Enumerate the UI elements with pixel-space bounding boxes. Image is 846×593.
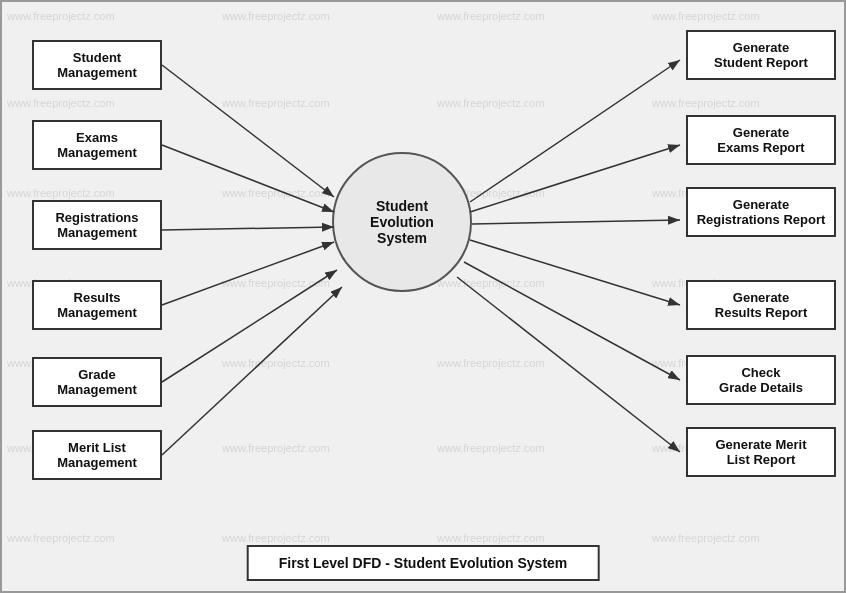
watermark-22: www.freeprojectz.com bbox=[222, 442, 330, 454]
student-management-box: StudentManagement bbox=[32, 40, 162, 90]
watermark-15: www.freeprojectz.com bbox=[437, 277, 545, 289]
watermark-5: www.freeprojectz.com bbox=[7, 97, 115, 109]
svg-line-1 bbox=[162, 65, 334, 197]
watermark-28: www.freeprojectz.com bbox=[652, 532, 760, 544]
svg-line-4 bbox=[162, 242, 334, 305]
main-container: www.freeprojectz.com www.freeprojectz.co… bbox=[0, 0, 846, 593]
svg-line-9 bbox=[472, 220, 680, 224]
watermark-14: www.freeprojectz.com bbox=[222, 277, 330, 289]
svg-line-8 bbox=[470, 145, 680, 212]
watermark-7: www.freeprojectz.com bbox=[437, 97, 545, 109]
generate-results-report-box: GenerateResults Report bbox=[686, 280, 836, 330]
watermark-4: www.freeprojectz.com bbox=[652, 10, 760, 22]
merit-list-management-box: Merit ListManagement bbox=[32, 430, 162, 480]
watermark-19: www.freeprojectz.com bbox=[437, 357, 545, 369]
grade-management-box: GradeManagement bbox=[32, 357, 162, 407]
watermark-27: www.freeprojectz.com bbox=[437, 532, 545, 544]
watermark-25: www.freeprojectz.com bbox=[7, 532, 115, 544]
diagram-title-text: First Level DFD - Student Evolution Syst… bbox=[279, 555, 568, 571]
svg-line-7 bbox=[470, 60, 680, 202]
generate-registrations-report-box: GenerateRegistrations Report bbox=[686, 187, 836, 237]
center-circle: StudentEvolutionSystem bbox=[332, 152, 472, 292]
watermark-18: www.freeprojectz.com bbox=[222, 357, 330, 369]
svg-line-12 bbox=[457, 277, 680, 452]
watermark-23: www.freeprojectz.com bbox=[437, 442, 545, 454]
watermark-6: www.freeprojectz.com bbox=[222, 97, 330, 109]
generate-exams-report-box: GenerateExams Report bbox=[686, 115, 836, 165]
watermark-2: www.freeprojectz.com bbox=[222, 10, 330, 22]
registrations-management-box: RegistrationsManagement bbox=[32, 200, 162, 250]
watermark-1: www.freeprojectz.com bbox=[7, 10, 115, 22]
diagram-title: First Level DFD - Student Evolution Syst… bbox=[247, 545, 600, 581]
svg-line-10 bbox=[470, 240, 680, 305]
svg-line-2 bbox=[162, 145, 334, 212]
exams-management-box: ExamsManagement bbox=[32, 120, 162, 170]
watermark-8: www.freeprojectz.com bbox=[652, 97, 760, 109]
results-management-box: ResultsManagement bbox=[32, 280, 162, 330]
watermark-9: www.freeprojectz.com bbox=[7, 187, 115, 199]
check-grade-details-box: CheckGrade Details bbox=[686, 355, 836, 405]
watermark-3: www.freeprojectz.com bbox=[437, 10, 545, 22]
watermark-10: www.freeprojectz.com bbox=[222, 187, 330, 199]
svg-line-3 bbox=[162, 227, 334, 230]
generate-merit-list-report-box: Generate MeritList Report bbox=[686, 427, 836, 477]
generate-student-report-box: GenerateStudent Report bbox=[686, 30, 836, 80]
svg-line-5 bbox=[162, 270, 337, 382]
svg-line-6 bbox=[162, 287, 342, 455]
watermark-26: www.freeprojectz.com bbox=[222, 532, 330, 544]
svg-line-11 bbox=[464, 262, 680, 380]
